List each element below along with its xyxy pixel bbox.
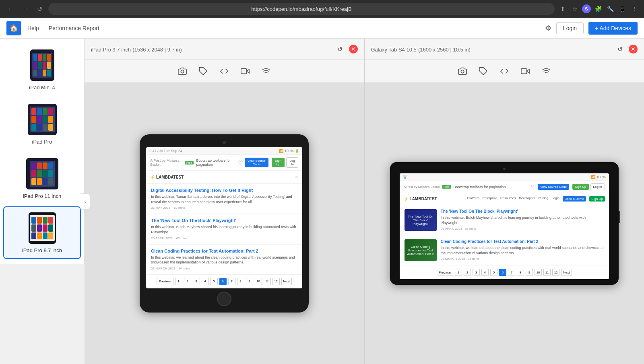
galaxy-page-10-button[interactable]: 10: [535, 269, 542, 276]
galaxy-page-7-button[interactable]: 7: [508, 269, 515, 276]
app-nav: Help Performance Report: [27, 25, 545, 31]
galaxy-page-12-button[interactable]: 12: [552, 269, 559, 276]
galaxy-page-1-button[interactable]: 1: [455, 269, 462, 276]
left-camera-button[interactable]: [175, 64, 190, 78]
right-tag-button[interactable]: [476, 64, 491, 78]
right-refresh-button[interactable]: ↺: [614, 43, 625, 55]
svg-point-0: [181, 70, 184, 73]
right-wifi-button[interactable]: [539, 64, 553, 78]
galaxy-signup-button[interactable]: Sign Up: [572, 184, 588, 190]
galaxy-page-5-button[interactable]: 5: [490, 269, 497, 276]
left-video-button[interactable]: [238, 64, 252, 78]
galaxy-nav-signup-button[interactable]: Sign Up: [589, 196, 605, 202]
browser-star-icon[interactable]: ☆: [570, 4, 580, 14]
page-11-button[interactable]: 11: [264, 278, 271, 285]
ipad-home-button[interactable]: [217, 292, 231, 306]
left-code-button[interactable]: [217, 64, 231, 78]
browser-extension-icon[interactable]: 🧩: [593, 4, 603, 14]
galaxy-page-2-button[interactable]: 2: [464, 269, 471, 276]
galaxy-page-3-button[interactable]: 3: [473, 269, 480, 276]
left-refresh-button[interactable]: ↺: [334, 43, 346, 55]
banner-signup-button[interactable]: Sign Up: [272, 158, 285, 167]
browser-refresh-button[interactable]: ↺: [34, 3, 45, 14]
browser-back-button[interactable]: ←: [5, 3, 16, 14]
right-device-toolbar: [365, 60, 644, 83]
galaxy-page-next-button[interactable]: Next: [561, 269, 572, 276]
app-icon: [38, 54, 42, 61]
app-icon: [43, 170, 47, 177]
article-2-date: 26 APRIL 2023: [151, 236, 173, 240]
nav-help[interactable]: Help: [27, 25, 39, 31]
page-8-button[interactable]: 8: [237, 278, 244, 285]
settings-icon[interactable]: ⚙: [545, 24, 551, 33]
galaxy-site-nav: ⚡ LAMBDATEST Platform Enterprise Resourc…: [400, 193, 609, 205]
right-video-button[interactable]: [518, 64, 533, 78]
sidebar-item-ipad-pro-9-7[interactable]: iPad Pro 9.7 inch: [3, 206, 81, 259]
nav-performance-report[interactable]: Performance Report: [49, 25, 99, 31]
page-7-button[interactable]: 7: [228, 278, 235, 285]
sidebar-item-ipad-pro[interactable]: iPad Pro: [3, 98, 81, 150]
page-12-button[interactable]: 12: [272, 278, 280, 285]
right-camera-button[interactable]: [455, 64, 470, 78]
galaxy-page-6-button[interactable]: 6: [499, 269, 506, 276]
banner-title: Bootstrap toolbars for pagination: [196, 158, 237, 167]
banner-login-button[interactable]: Log In: [286, 157, 298, 168]
app-logo[interactable]: 🏠: [6, 21, 21, 35]
page-10-button[interactable]: 10: [255, 278, 262, 285]
page-6-button[interactable]: 6: [219, 278, 227, 285]
browser-forward-button[interactable]: →: [19, 3, 31, 14]
sidebar-item-ipad-pro-11[interactable]: iPad Pro 11 inch: [3, 152, 81, 205]
right-device-preview: 📡 📶 100% A Post by Mbazira Badult Free B…: [365, 83, 644, 364]
page-2-button[interactable]: 2: [184, 278, 191, 285]
browser-url-bar[interactable]: [48, 3, 555, 15]
galaxy-banner-title: Bootstrap toolbars for pagination: [454, 185, 506, 189]
galaxy-article-2-thumb: Clean Coding Practices for Test Automati…: [405, 239, 437, 261]
galaxy-login-button[interactable]: Log In: [590, 183, 605, 190]
site-nav: ⚡ LAMBDATEST ≡: [146, 171, 302, 184]
app-icon: [37, 232, 42, 239]
page-3-button[interactable]: 3: [193, 278, 200, 285]
hamburger-icon[interactable]: ≡: [295, 174, 298, 180]
page-9-button[interactable]: 9: [246, 278, 253, 285]
galaxy-page-prev-button[interactable]: Previous: [437, 269, 453, 276]
page-1-button[interactable]: 1: [175, 278, 182, 285]
galaxy-tab-device-mockup: 📡 📶 100% A Post by Mbazira Badult Free B…: [390, 162, 619, 285]
browser-extension2-icon[interactable]: 🔧: [605, 4, 615, 14]
galaxy-view-source-button[interactable]: View Source Code: [538, 184, 569, 190]
right-close-button[interactable]: ✕: [629, 45, 638, 53]
browser-profile-icon[interactable]: S: [582, 4, 591, 13]
article-1-meta: 31 MAY 2023 62 mins: [151, 206, 297, 210]
page-next-button[interactable]: Next: [281, 278, 292, 285]
page-4-button[interactable]: 4: [202, 278, 209, 285]
galaxy-page-9-button[interactable]: 9: [526, 269, 533, 276]
page-prev-button[interactable]: Previous: [157, 278, 173, 285]
galaxy-page-11-button[interactable]: 11: [543, 269, 551, 276]
galaxy-page-4-button[interactable]: 4: [481, 269, 489, 276]
view-source-button[interactable]: View Source Code: [245, 158, 268, 167]
galaxy-banner-subtitle: A Post by Mbazira Badult: [404, 185, 440, 189]
sidebar-item-ipad-mini-4[interactable]: iPad Mini 4: [3, 43, 81, 96]
banner-actions: ♡ View Source Code Sign Up Log In: [238, 157, 299, 168]
browser-menu-icon[interactable]: ⋮: [630, 4, 639, 14]
page-5-button[interactable]: 5: [211, 278, 218, 285]
galaxy-heart-icon: ♡: [531, 184, 536, 190]
galaxy-book-demo-button[interactable]: Book a Demo: [563, 196, 586, 202]
login-button[interactable]: Login: [556, 22, 584, 34]
left-tag-button[interactable]: [196, 64, 211, 78]
browser-tablet-icon[interactable]: 📱: [617, 4, 627, 14]
browser-download-icon[interactable]: ⬆: [558, 4, 568, 14]
svg-point-5: [461, 70, 464, 73]
article-1-date: 31 MAY 2023: [151, 206, 170, 210]
galaxy-camera-dot: [503, 168, 506, 170]
sidebar-wrapper: iPad Mini 4: [0, 39, 85, 364]
add-devices-button[interactable]: + Add Devices: [588, 22, 638, 35]
app-icon: [48, 178, 53, 185]
app-icon: [47, 54, 51, 61]
sidebar-toggle-button[interactable]: ‹: [80, 193, 90, 210]
left-wifi-button[interactable]: [259, 64, 273, 78]
right-device-name: Galaxy Tab S4 10.5: [371, 47, 417, 53]
galaxy-page-8-button[interactable]: 8: [517, 269, 524, 276]
right-code-button[interactable]: [497, 64, 512, 78]
left-close-button[interactable]: ✕: [349, 45, 358, 53]
ipad-mini-4-mockup: [30, 49, 54, 81]
